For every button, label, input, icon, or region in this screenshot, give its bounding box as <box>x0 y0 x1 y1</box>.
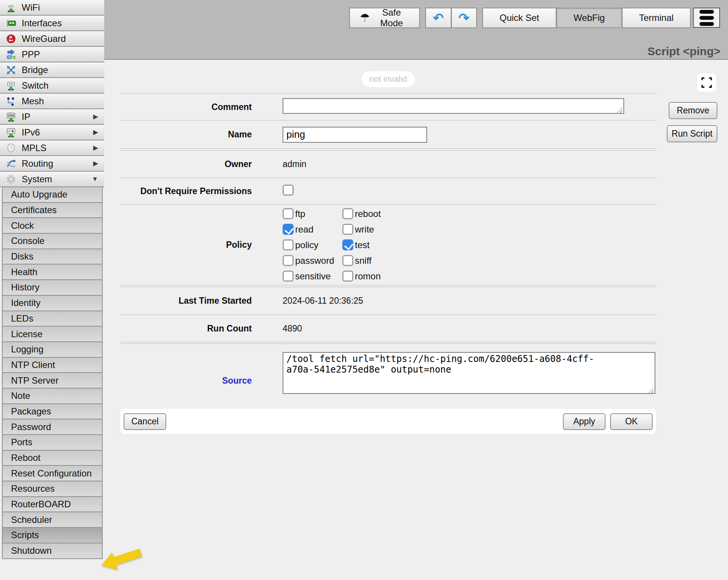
wifi-icon <box>5 2 17 13</box>
policy-option-label: ftp <box>295 209 305 219</box>
sidebar-item-logging[interactable]: Logging <box>3 342 102 358</box>
expand-down-icon: ▼ <box>92 175 98 183</box>
sidebar-item-mesh[interactable]: Mesh <box>0 94 104 109</box>
policy-ftp-checkbox[interactable] <box>283 208 294 219</box>
wireguard-icon <box>5 33 17 45</box>
sidebar-item-reset-configuration[interactable]: Reset Configuration <box>3 466 102 481</box>
sidebar-item-packages[interactable]: Packages <box>3 404 102 420</box>
fullscreen-brackets-icon <box>700 76 714 89</box>
cancel-button[interactable]: Cancel <box>124 413 166 430</box>
ipv6-icon: 6 <box>5 127 17 138</box>
sidebar-item-license[interactable]: License <box>3 327 102 342</box>
fullscreen-icon[interactable] <box>697 73 716 92</box>
toolbar: ☂ Safe Mode ↶ ↷ Quick Set WebFig Termina… <box>349 8 691 28</box>
sidebar-item-leds[interactable]: LEDs <box>3 311 102 327</box>
source-row: Source <box>120 344 656 402</box>
sidebar-item-auto-upgrade[interactable]: Auto Upgrade <box>3 187 102 203</box>
policy-password-checkbox[interactable] <box>283 255 294 266</box>
sidebar-item-ntp-client[interactable]: NTP Client <box>3 358 102 373</box>
tab-quick-set[interactable]: Quick Set <box>482 8 556 28</box>
sidebar-item-identity[interactable]: Identity <box>3 296 102 311</box>
mesh-icon <box>5 96 17 107</box>
switch-icon <box>5 80 17 91</box>
sidebar-item-ntp-server[interactable]: NTP Server <box>3 373 102 389</box>
sidebar-item-reboot[interactable]: Reboot <box>3 451 102 466</box>
sidebar-item-disks[interactable]: Disks <box>3 249 102 265</box>
sidebar-item-switch[interactable]: Switch <box>0 78 104 94</box>
apply-button[interactable]: Apply <box>563 413 606 430</box>
source-input[interactable] <box>283 352 655 394</box>
sidebar-item-certificates[interactable]: Certificates <box>3 203 102 218</box>
svg-text:6: 6 <box>11 129 14 133</box>
sidebar-item-wireguard[interactable]: WireGuard <box>0 31 104 47</box>
sidebar-item-routing[interactable]: Routing ▶ <box>0 156 104 172</box>
run-count-label: Run Count <box>120 323 252 334</box>
sidebar-item-scheduler[interactable]: Scheduler <box>3 512 102 528</box>
safe-mode-label: Safe Mode <box>374 7 409 29</box>
policy-policy-checkbox[interactable] <box>283 239 294 250</box>
name-input[interactable] <box>283 127 427 143</box>
sidebar-item-history[interactable]: History <box>3 280 102 296</box>
sidebar-item-label: MPLS <box>22 143 46 153</box>
routing-icon <box>5 158 17 169</box>
last-time-started-value: 2024-06-11 20:36:25 <box>283 296 363 306</box>
last-time-started-row: Last Time Started 2024-06-11 20:36:25 <box>120 287 656 314</box>
tab-webfig[interactable]: WebFig <box>556 8 622 28</box>
comment-label: Comment <box>120 102 252 112</box>
sidebar-item-routerboard[interactable]: RouterBOARD <box>3 497 102 513</box>
sidebar-item-label: IPv6 <box>22 127 40 138</box>
sidebar-item-health[interactable]: Health <box>3 265 102 280</box>
comment-input[interactable] <box>283 98 624 114</box>
sidebar-item-console[interactable]: Console <box>3 234 102 249</box>
sidebar-item-system[interactable]: System ▼ <box>0 172 104 187</box>
policy-write-checkbox[interactable] <box>342 224 353 235</box>
sidebar-item-password[interactable]: Password <box>3 419 102 435</box>
sidebar-item-ppp[interactable]: PPP <box>0 47 104 62</box>
undo-button[interactable]: ↶ <box>425 8 451 28</box>
dont-require-permissions-row: Don't Require Permissions <box>120 178 656 204</box>
sidebar-item-wifi[interactable]: WiFi <box>0 0 104 16</box>
policy-option-label: read <box>295 224 313 235</box>
sidebar-item-resources[interactable]: Resources <box>3 481 102 497</box>
dont-require-permissions-label: Don't Require Permissions <box>120 186 252 196</box>
sidebar-item-note[interactable]: Note <box>3 389 102 404</box>
remove-button[interactable]: Remove <box>669 102 717 119</box>
policy-romon-checkbox[interactable] <box>342 271 353 282</box>
sidebar-item-bridge[interactable]: Bridge <box>0 62 104 78</box>
sidebar-item-mpls[interactable]: MPLS ▶ <box>0 140 104 156</box>
hamburger-menu-icon[interactable] <box>693 8 720 28</box>
policy-sniff-checkbox[interactable] <box>342 255 353 266</box>
policy-test-checkbox[interactable] <box>342 239 353 250</box>
sidebar-item-ip[interactable]: 255 IP ▶ <box>0 109 104 125</box>
safe-mode-button[interactable]: ☂ Safe Mode <box>349 8 420 28</box>
sidebar-item-interfaces[interactable]: Interfaces <box>0 16 104 31</box>
redo-button[interactable]: ↷ <box>451 8 477 28</box>
policy-read-checkbox[interactable] <box>283 224 294 235</box>
system-submenu: Auto Upgrade Certificates Clock Console … <box>2 187 103 559</box>
svg-text:255: 255 <box>8 113 14 118</box>
policy-option-label: reboot <box>355 209 381 219</box>
run-script-button[interactable]: Run Script <box>667 125 717 142</box>
run-count-value: 4890 <box>283 323 302 334</box>
sidebar-item-label: WiFi <box>22 2 40 13</box>
tab-terminal[interactable]: Terminal <box>622 8 691 28</box>
policy-reboot-checkbox[interactable] <box>342 208 353 219</box>
dont-require-permissions-checkbox[interactable] <box>283 185 294 196</box>
sidebar-item-label: Mesh <box>22 96 44 107</box>
policy-sensitive-checkbox[interactable] <box>283 271 294 282</box>
sidebar-item-shutdown[interactable]: Shutdown <box>3 543 102 559</box>
sidebar-item-ports[interactable]: Ports <box>3 435 102 451</box>
sidebar-item-label: Routing <box>22 158 53 169</box>
policy-option-label: test <box>355 240 370 250</box>
sidebar-item-ipv6[interactable]: 6 IPv6 ▶ <box>0 125 104 140</box>
sidebar-item-label: PPP <box>22 49 40 60</box>
form-button-bar: Cancel Apply OK <box>120 409 656 434</box>
sidebar-item-clock[interactable]: Clock <box>3 218 102 234</box>
sidebar-item-scripts[interactable]: Scripts <box>3 528 102 543</box>
policy-option-label: romon <box>355 271 381 282</box>
last-time-started-label: Last Time Started <box>120 296 252 306</box>
ok-button[interactable]: OK <box>610 413 653 430</box>
policy-row: Policy ftp reboot read write policy test… <box>120 205 656 285</box>
ip-icon: 255 <box>5 111 17 123</box>
hamburger-bar <box>699 10 714 14</box>
